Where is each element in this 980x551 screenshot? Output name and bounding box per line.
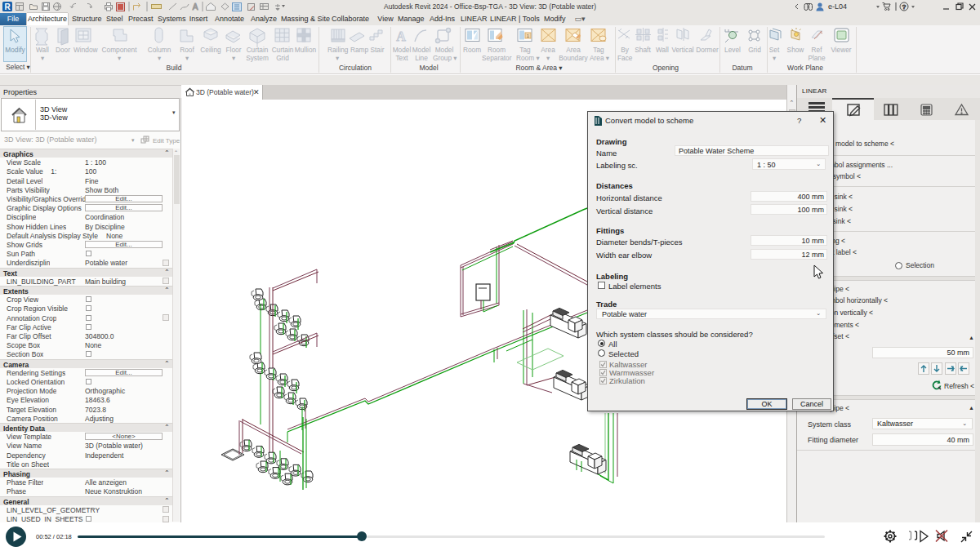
svg-text:A: A [396,29,406,43]
svg-text:R: R [4,2,11,11]
svg-text:e-L04: e-L04 [828,2,847,11]
svg-text:A: A [193,2,198,11]
svg-text:?: ? [902,3,906,11]
